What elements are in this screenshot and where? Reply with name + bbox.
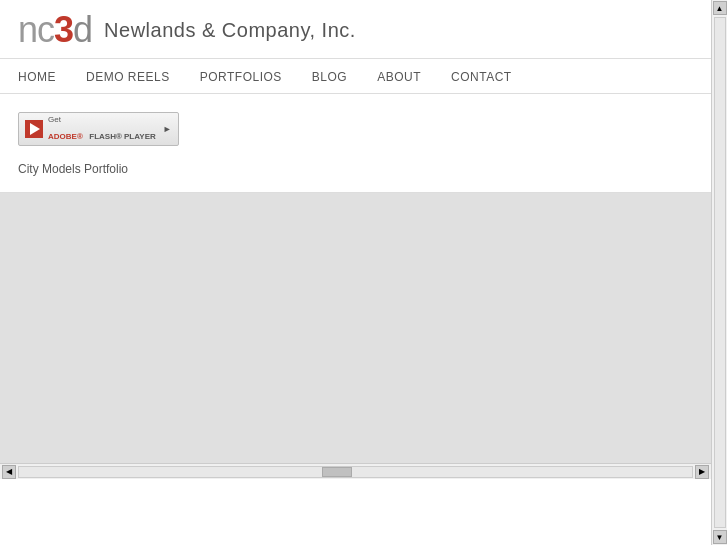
nav-link-home[interactable]: HOME [18,70,56,84]
scrollbar-thumb[interactable] [322,467,352,477]
flash-text: Get ADOBE® FLASH® PLAYER [48,116,156,142]
nav-item-about[interactable]: ABOUT [377,67,421,85]
scroll-up-arrow-icon[interactable]: ▲ [713,1,727,15]
nav-item-blog[interactable]: BLOG [312,67,347,85]
nav-link-about[interactable]: ABOUT [377,70,421,84]
gray-section [0,193,711,463]
nav-link-demo-reels[interactable]: DEMO REELS [86,70,170,84]
portfolio-label: City Models Portfolio [18,162,693,176]
flash-player-label: FLASH® PLAYER [89,133,156,142]
logo-nc: nc [18,9,54,50]
nav-item-portfolios[interactable]: PORTFOLIOS [200,67,282,85]
flash-play-triangle [30,123,40,135]
navbar: HOME DEMO REELS PORTFOLIOS BLOG ABOUT CO… [0,59,711,94]
flash-icon [25,120,43,138]
flash-adobe-label: ADOBE® [48,133,83,142]
scroll-down-arrow-icon[interactable]: ▼ [713,530,727,544]
right-scrollbar[interactable]: ▲ ▼ [711,0,727,545]
nav-link-contact[interactable]: CONTACT [451,70,512,84]
logo-d: d [73,9,92,50]
logo-company-name: Newlands & Company, Inc. [104,19,356,42]
main-content: Get ADOBE® FLASH® PLAYER ► City Models P… [0,94,711,176]
flash-badge-arrow-icon: ► [163,124,172,134]
scroll-left-arrow-icon[interactable]: ◀ [2,465,16,479]
header: nc3d Newlands & Company, Inc. [0,0,711,59]
nav-item-demo-reels[interactable]: DEMO REELS [86,67,170,85]
nav-list: HOME DEMO REELS PORTFOLIOS BLOG ABOUT CO… [18,67,512,85]
flash-get-label: Get [48,116,156,125]
flash-name-line: ADOBE® FLASH® PLAYER [48,125,156,143]
nav-link-blog[interactable]: BLOG [312,70,347,84]
flash-badge[interactable]: Get ADOBE® FLASH® PLAYER ► [18,112,179,146]
logo-3: 3 [54,9,73,50]
nav-item-contact[interactable]: CONTACT [451,67,512,85]
logo-nc3d: nc3d [18,12,92,48]
nav-link-portfolios[interactable]: PORTFOLIOS [200,70,282,84]
nav-item-home[interactable]: HOME [18,67,56,85]
logo-container: nc3d Newlands & Company, Inc. [18,12,356,48]
scroll-right-arrow-icon[interactable]: ▶ [695,465,709,479]
right-scroll-track[interactable] [714,17,726,528]
bottom-scrollbar[interactable]: ◀ ▶ [0,463,711,479]
scrollbar-track[interactable] [18,466,693,478]
